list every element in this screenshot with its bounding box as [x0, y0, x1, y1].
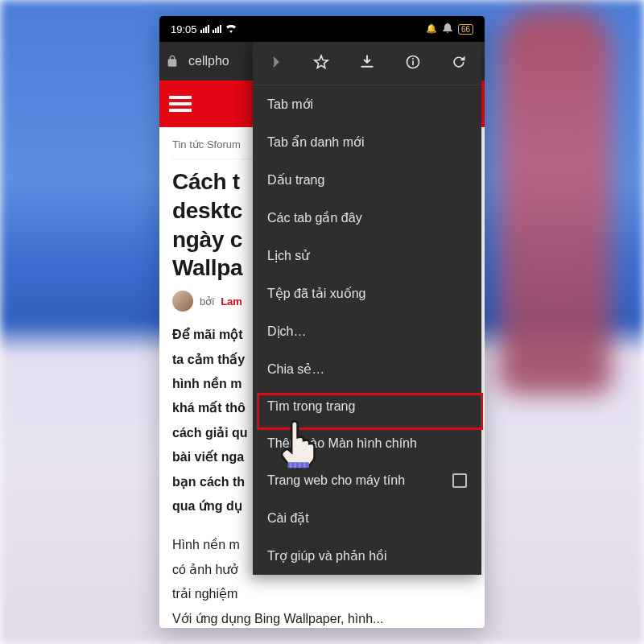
phone-frame: 19:05 66 cellpho Tin tức Sforum Cách t d…	[159, 16, 485, 628]
cursor-hand-icon	[279, 417, 316, 469]
status-left: 19:05	[171, 23, 237, 35]
menu-icon-row	[253, 42, 481, 85]
star-icon[interactable]	[313, 54, 329, 73]
svg-rect-2	[412, 58, 414, 60]
signal-icon-1	[200, 25, 209, 33]
by-prefix: bởi	[200, 295, 214, 308]
menu-incognito-tab[interactable]: Tab ẩn danh mới	[253, 123, 481, 161]
dnd-icon	[426, 23, 437, 35]
menu-settings[interactable]: Cài đặt	[253, 499, 481, 537]
download-icon[interactable]	[359, 54, 375, 73]
svg-rect-6	[299, 462, 300, 468]
menu-translate[interactable]: Dịch…	[253, 312, 481, 350]
battery-icon: 66	[458, 24, 473, 35]
info-icon[interactable]	[405, 54, 421, 73]
chrome-overflow-menu: Tab mới Tab ẩn danh mới Dấu trang Các ta…	[253, 42, 481, 575]
signal-icon-2	[213, 25, 221, 33]
menu-share[interactable]: Chia sẻ…	[253, 350, 481, 388]
status-time: 19:05	[171, 23, 197, 35]
desktop-site-checkbox[interactable]	[452, 473, 467, 488]
reload-icon[interactable]	[451, 54, 467, 73]
menu-bookmarks[interactable]: Dấu trang	[253, 161, 481, 199]
svg-rect-5	[295, 462, 296, 468]
menu-help[interactable]: Trợ giúp và phản hồi	[253, 537, 481, 575]
menu-icon[interactable]	[169, 96, 192, 112]
menu-history[interactable]: Lịch sử	[253, 237, 481, 275]
lock-icon	[166, 55, 179, 68]
svg-rect-4	[290, 462, 291, 468]
menu-recent-tabs[interactable]: Các tab gần đây	[253, 199, 481, 237]
status-right: 66	[426, 23, 473, 36]
status-bar: 19:05 66	[159, 16, 485, 42]
wifi-icon	[225, 23, 237, 35]
menu-downloads[interactable]: Tệp đã tải xuống	[253, 275, 481, 312]
avatar	[172, 291, 193, 312]
menu-new-tab[interactable]: Tab mới	[253, 85, 481, 123]
forward-icon[interactable]	[267, 54, 283, 73]
svg-rect-1	[412, 60, 414, 65]
author-link[interactable]: Lam	[221, 295, 242, 308]
alarm-icon	[442, 23, 453, 36]
svg-rect-7	[303, 462, 305, 468]
